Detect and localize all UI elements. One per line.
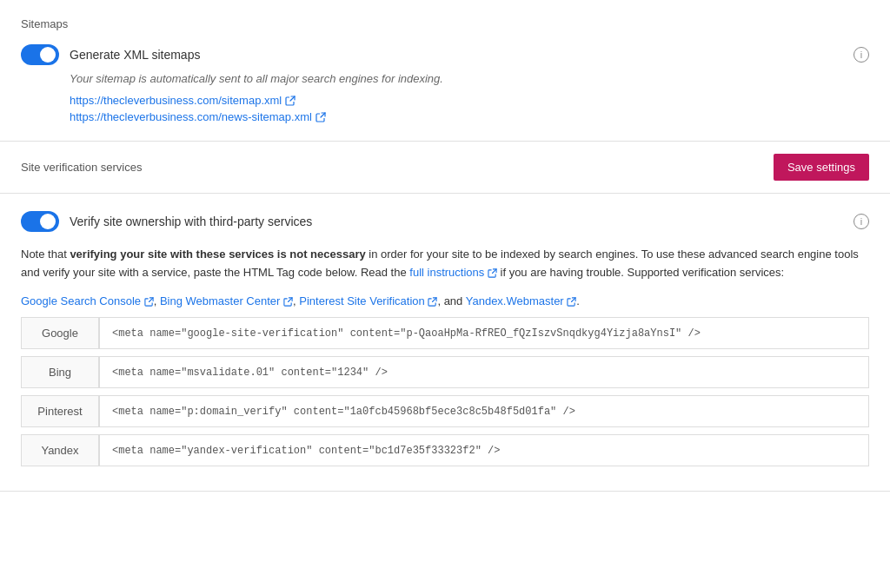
verify-toggle-label: Verify site ownership with third-party s… xyxy=(70,215,312,228)
verification-table: Google Bing Pinterest xyxy=(21,310,869,473)
sitemap-link-1[interactable]: https://thecleverbusiness.com/sitemap.xm… xyxy=(70,94,869,107)
google-search-console-link[interactable]: Google Search Console xyxy=(21,294,154,307)
sitemaps-toggle-label: Generate XML sitemaps xyxy=(70,48,200,62)
sitemaps-title: Sitemaps xyxy=(21,17,869,30)
table-row: Yandex xyxy=(21,434,869,466)
sitemaps-subtitle: Your sitemap is automatically sent to al… xyxy=(70,72,869,85)
pinterest-code-input[interactable] xyxy=(112,406,856,418)
service-code-pinterest[interactable] xyxy=(99,395,869,427)
description-paragraph: Note that verifying your site with these… xyxy=(21,246,869,282)
site-verification-bar: Site verification services Save settings xyxy=(0,142,890,194)
sitemaps-toggle-row: Generate XML sitemaps xyxy=(21,44,200,65)
service-links-line: Google Search Console , Bing Webmaster C… xyxy=(21,293,869,311)
desc-part1: Note that xyxy=(21,248,70,261)
pinterest-verification-link[interactable]: Pinterest Site Verification xyxy=(299,294,437,307)
verify-toggle-left: Verify site ownership with third-party s… xyxy=(21,211,312,232)
full-instructions-link[interactable]: full instructions xyxy=(409,266,497,279)
table-row: Bing xyxy=(21,356,869,388)
verify-info-icon[interactable]: i xyxy=(853,214,869,229)
service-name-bing: Bing xyxy=(21,356,99,388)
sitemaps-header: Generate XML sitemaps i xyxy=(21,44,869,65)
service-code-google[interactable] xyxy=(99,317,869,349)
verify-toggle-row: Verify site ownership with third-party s… xyxy=(21,211,869,232)
external-link-icon-2 xyxy=(315,112,326,122)
verify-toggle[interactable] xyxy=(21,211,59,232)
verification-body: Verify site ownership with third-party s… xyxy=(0,194,890,492)
service-code-yandex[interactable] xyxy=(99,434,869,466)
sitemaps-toggle[interactable] xyxy=(21,44,59,65)
yandex-code-input[interactable] xyxy=(112,445,856,457)
table-row: Google xyxy=(21,317,869,349)
google-code-input[interactable] xyxy=(112,327,856,340)
sitemap-links-container: https://thecleverbusiness.com/sitemap.xm… xyxy=(70,94,869,123)
external-link-icon-1 xyxy=(285,96,296,106)
bing-code-input[interactable] xyxy=(112,367,856,379)
desc-bold: verifying your site with these services … xyxy=(70,248,365,261)
sitemaps-section: Sitemaps Generate XML sitemaps i Your si… xyxy=(0,0,890,142)
sitemaps-info-icon[interactable]: i xyxy=(853,47,869,63)
yandex-webmaster-link[interactable]: Yandex.Webmaster xyxy=(466,294,577,307)
site-verification-section: Site verification services Save settings… xyxy=(0,142,890,492)
bing-webmaster-link[interactable]: Bing Webmaster Center xyxy=(160,294,293,307)
site-verification-title: Site verification services xyxy=(21,161,142,174)
service-name-google: Google xyxy=(21,317,99,349)
sitemap-link-2[interactable]: https://thecleverbusiness.com/news-sitem… xyxy=(70,110,869,123)
service-name-pinterest: Pinterest xyxy=(21,395,99,427)
service-name-yandex: Yandex xyxy=(21,434,99,466)
service-code-bing[interactable] xyxy=(99,356,869,388)
save-settings-button[interactable]: Save settings xyxy=(774,154,869,181)
desc-part3: if you are having trouble. Supported ver… xyxy=(497,266,784,279)
table-row: Pinterest xyxy=(21,395,869,427)
